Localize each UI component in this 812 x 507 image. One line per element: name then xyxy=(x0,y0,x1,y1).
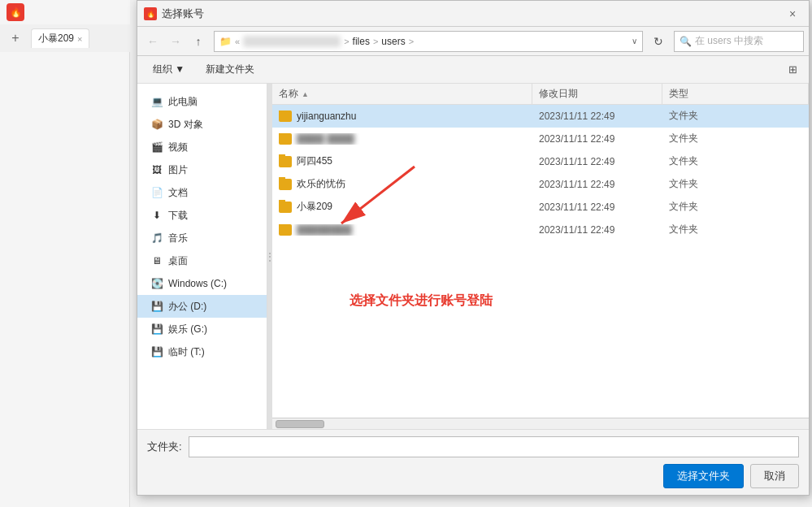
file-name-text: 欢乐的忧伤 xyxy=(297,177,345,191)
search-bar[interactable]: 🔍 在 users 中搜索 xyxy=(674,31,804,52)
tab-label: 小暴209 xyxy=(38,32,74,46)
sidebar-label-music: 音乐 xyxy=(168,232,188,245)
tab-close-button[interactable]: × xyxy=(77,34,82,44)
sidebar-item-pictures[interactable]: 🖼 图片 xyxy=(137,158,267,181)
address-part-users: users xyxy=(381,36,405,47)
file-type-cell: 文件夹 xyxy=(669,132,802,145)
sidebar-resize-handle[interactable] xyxy=(267,84,272,429)
search-placeholder-text: 在 users 中搜索 xyxy=(695,34,763,48)
address-bar[interactable]: 📁 « > files > users > ∨ xyxy=(214,31,643,52)
folder-icon xyxy=(279,133,292,145)
column-header-name[interactable]: 名称 ▲ xyxy=(272,84,532,104)
dialog-content: 💻 此电脑 📦 3D 对象 🎬 视频 🖼 图片 📄 文档 ⬇ 下载 xyxy=(137,84,809,429)
cancel-button[interactable]: 取消 xyxy=(750,464,799,488)
back-button[interactable]: ← xyxy=(142,31,163,52)
file-name-cell: 阿四455 xyxy=(279,154,539,168)
sidebar-label-windows-c: Windows (C:) xyxy=(168,278,227,289)
view-button[interactable]: ⊞ xyxy=(783,60,802,80)
file-name-text: ████████ xyxy=(297,224,352,236)
file-name-cell: 欢乐的忧伤 xyxy=(279,177,539,191)
sort-arrow-icon: ▲ xyxy=(302,90,309,98)
desktop-icon: 🖥 xyxy=(150,254,163,267)
folder-icon xyxy=(279,156,292,167)
address-dropdown-icon[interactable]: ∨ xyxy=(632,37,637,46)
file-name-text: ████ ████ xyxy=(297,133,354,145)
file-type-cell: 文件夹 xyxy=(669,109,802,123)
file-name-cell: ████████ xyxy=(279,224,539,236)
table-row[interactable]: 小暴209 2023/11/11 22:49 文件夹 xyxy=(272,196,809,219)
table-row[interactable]: ████████ 2023/11/11 22:49 文件夹 xyxy=(272,219,809,241)
view-icon: ⊞ xyxy=(788,63,797,76)
sidebar-label-this-pc: 此电脑 xyxy=(168,95,198,109)
organize-button[interactable]: 组织 ▼ xyxy=(144,60,193,80)
sidebar-label-documents: 文档 xyxy=(168,186,188,200)
sidebar-item-this-pc[interactable]: 💻 此电脑 xyxy=(137,90,267,113)
video-icon: 🎬 xyxy=(150,141,163,154)
forward-icon: → xyxy=(170,35,181,48)
horizontal-scrollbar[interactable] xyxy=(272,418,809,429)
address-part-files: files xyxy=(353,36,370,47)
new-folder-button[interactable]: 新建文件夹 xyxy=(197,60,263,80)
refresh-icon: ↻ xyxy=(654,35,663,48)
file-dialog: 🔥 选择账号 × ← → ↑ 📁 « > files > users > ∨ ↻ xyxy=(137,0,810,496)
sidebar-label-desktop: 桌面 xyxy=(168,254,188,268)
add-tab-button[interactable]: + xyxy=(7,29,24,47)
dialog-titlebar: 🔥 选择账号 × xyxy=(137,1,809,27)
column-header-type[interactable]: 类型 xyxy=(662,84,809,104)
col-type-label: 类型 xyxy=(669,87,688,101)
sidebar-item-music[interactable]: 🎵 音乐 xyxy=(137,227,267,249)
folder-input[interactable] xyxy=(189,436,799,457)
organize-label: 组织 ▼ xyxy=(153,63,185,76)
refresh-button[interactable]: ↻ xyxy=(648,31,669,52)
folder-icon xyxy=(279,224,292,236)
app-header: 🔥 xyxy=(0,0,130,24)
sidebar-label-pictures: 图片 xyxy=(168,163,188,177)
forward-button[interactable]: → xyxy=(165,31,186,52)
sidebar-item-entertainment-g[interactable]: 💾 娱乐 (G:) xyxy=(137,318,267,340)
dialog-close-button[interactable]: × xyxy=(783,4,802,24)
table-row[interactable]: ████ ████ 2023/11/11 22:49 文件夹 xyxy=(272,128,809,150)
table-row[interactable]: 阿四455 2023/11/11 22:49 文件夹 xyxy=(272,150,809,173)
address-folder-icon: 📁 xyxy=(219,36,232,47)
drive-d-icon: 💾 xyxy=(150,300,163,313)
table-row[interactable]: 欢乐的忧伤 2023/11/11 22:49 文件夹 xyxy=(272,173,809,196)
button-row: 选择文件夹 取消 xyxy=(147,464,799,488)
secondary-toolbar: 组织 ▼ 新建文件夹 ⊞ xyxy=(137,56,809,84)
sidebar-item-downloads[interactable]: ⬇ 下载 xyxy=(137,204,267,227)
downloads-icon: ⬇ xyxy=(150,209,163,222)
drive-t-icon: 💾 xyxy=(150,345,163,358)
select-folder-button[interactable]: 选择文件夹 xyxy=(663,464,744,488)
table-row[interactable]: yijianguanzhu 2023/11/11 22:49 文件夹 xyxy=(272,105,809,128)
file-date-cell: 2023/11/11 22:49 xyxy=(539,224,669,236)
scrollbar-thumb[interactable] xyxy=(276,420,324,428)
folder-row: 文件夹: xyxy=(147,436,799,457)
file-type-cell: 文件夹 xyxy=(669,200,802,214)
address-separator-4: > xyxy=(409,37,414,46)
sidebar-item-temp-t[interactable]: 💾 临时 (T:) xyxy=(137,340,267,363)
app-background xyxy=(0,0,130,507)
file-name-cell: 小暴209 xyxy=(279,200,539,214)
file-name-text: 阿四455 xyxy=(297,154,332,168)
file-date-cell: 2023/11/11 22:49 xyxy=(539,110,669,122)
sidebar-item-3d[interactable]: 📦 3D 对象 xyxy=(137,113,267,136)
column-header-date[interactable]: 修改日期 xyxy=(532,84,662,104)
file-type-cell: 文件夹 xyxy=(669,223,802,236)
sidebar-item-windows-c[interactable]: 💽 Windows (C:) xyxy=(137,272,267,295)
dialog-title: 选择账号 xyxy=(162,6,204,21)
sidebar-item-desktop[interactable]: 🖥 桌面 xyxy=(137,249,267,272)
dialog-toolbar: ← → ↑ 📁 « > files > users > ∨ ↻ 🔍 在 user… xyxy=(137,27,809,56)
3d-icon: 📦 xyxy=(150,118,163,131)
sidebar-item-documents[interactable]: 📄 文档 xyxy=(137,181,267,204)
app-logo: 🔥 xyxy=(7,3,24,21)
app-tab[interactable]: 小暴209 × xyxy=(31,28,89,48)
up-button[interactable]: ↑ xyxy=(188,31,209,52)
sidebar: 💻 此电脑 📦 3D 对象 🎬 视频 🖼 图片 📄 文档 ⬇ 下载 xyxy=(137,84,267,429)
dialog-icon: 🔥 xyxy=(144,7,157,20)
sidebar-item-video[interactable]: 🎬 视频 xyxy=(137,136,267,158)
documents-icon: 📄 xyxy=(150,186,163,199)
file-name-cell: ████ ████ xyxy=(279,133,539,145)
sidebar-label-downloads: 下载 xyxy=(168,209,188,223)
file-date-cell: 2023/11/11 22:49 xyxy=(539,133,669,145)
sidebar-item-office-d[interactable]: 💾 办公 (D:) xyxy=(137,295,267,318)
pictures-icon: 🖼 xyxy=(150,163,163,176)
